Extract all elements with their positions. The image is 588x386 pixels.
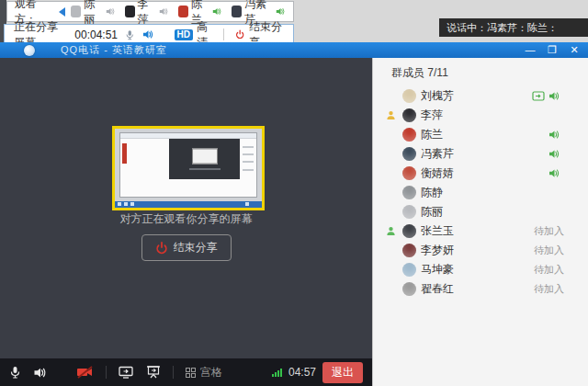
microphone-icon[interactable] [9,366,21,380]
divider [223,28,224,40]
bottom-control-bar: 宫格 04:57 退出 [0,358,372,386]
member-name: 衡婧婧 [421,165,527,181]
avatar [71,6,81,17]
speaker-active-icon [548,149,560,159]
speaker-active-icon [548,91,560,101]
member-row[interactable]: 李萍 [373,106,588,125]
member-status: 待加入 [534,282,564,296]
member-status: 待加入 [534,224,564,238]
avatar [402,166,416,180]
divider [173,366,174,379]
speaker-active-icon [548,168,560,178]
microphone-icon[interactable] [125,28,135,41]
member-status: 待加入 [534,263,564,277]
avatar [402,128,416,142]
speaker-active-icon [548,130,560,140]
avatar [178,6,188,17]
member-name: 冯素芹 [421,146,527,162]
hd-badge: HD [175,29,193,40]
speaker-icon [212,6,222,17]
signal-strength-icon [272,368,282,377]
avatar [402,263,416,277]
member-row[interactable]: 陈兰 [373,125,588,144]
avatar [402,108,416,122]
member-row[interactable]: 陈静 [373,183,588,202]
speaker-icon [159,6,169,17]
presentation-icon[interactable] [146,366,161,379]
avatar [402,205,416,219]
qq-logo-icon [24,45,35,56]
member-name: 李萍 [421,108,527,123]
end-share-button-label: 结束分享 [174,240,218,255]
call-timer: 04:57 [288,366,316,379]
member-name: 李梦妍 [421,243,497,258]
speaking-tooltip: 说话中：冯素芹：陈兰： [439,18,588,37]
power-icon [155,242,168,255]
member-name: 陈兰 [421,127,527,142]
thumbnail-taskbar [115,201,262,208]
member-name: 马坤豪 [421,262,497,278]
screen-share-icon[interactable] [119,366,134,379]
member-row[interactable]: 翟春红 待加入 [373,279,588,299]
stage-caption: 对方正在观看你分享的屏幕 [0,211,372,227]
avatar [402,89,416,103]
leader-person-icon [386,110,396,120]
avatar [125,6,135,17]
member-row[interactable]: 冯素芹 [373,144,588,164]
power-icon [235,28,244,40]
end-share-button[interactable]: 结束分享 [141,234,232,261]
maximize-button[interactable]: ❐ [546,43,559,56]
speaker-icon [106,6,116,17]
divider [106,366,107,379]
member-row[interactable]: 李梦妍 待加入 [373,241,588,260]
minimize-button[interactable]: — [524,43,537,56]
member-name: 张兰玉 [421,223,497,239]
grid-layout-button[interactable]: 宫格 [186,365,222,380]
avatar [402,147,416,161]
screen-share-active-icon [532,91,545,101]
member-name: 陈丽 [421,204,527,220]
avatar [402,224,416,238]
speaker-icon[interactable] [33,367,48,379]
leader-person-icon [386,226,396,236]
thumbnail-window [119,132,257,198]
member-list: 刘槐芳 [373,86,588,299]
speaker-icon [276,6,286,17]
member-status: 待加入 [534,244,564,257]
close-button[interactable]: ✕ [568,43,581,56]
member-name: 刘槐芳 [421,88,527,104]
window-title: QQ电话 - 英语教研室 [61,43,167,57]
member-row[interactable]: 刘槐芳 [373,86,588,106]
share-stage: 对方正在观看你分享的屏幕 结束分享 [0,58,372,358]
collapse-left-icon[interactable] [59,7,65,17]
avatar [232,6,242,17]
member-count-header: 群成员 7/11 [373,58,588,86]
member-row[interactable]: 张兰玉 待加入 [373,221,588,241]
window-title-bar: QQ电话 - 英语教研室 — ❐ ✕ [0,42,588,58]
member-name: 陈静 [421,185,527,200]
member-row[interactable]: 马坤豪 待加入 [373,260,588,279]
member-sidebar: 群成员 7/11 刘槐芳 [372,58,588,386]
avatar [402,282,416,296]
member-row[interactable]: 陈丽 [373,202,588,221]
member-name: 翟春红 [421,281,497,297]
avatar [402,186,416,199]
grid-icon [186,368,196,378]
speaker-icon[interactable] [142,28,154,40]
avatar [402,244,416,257]
shared-screen-thumbnail[interactable] [112,126,265,210]
share-timer: 00:04:51 [74,28,118,41]
camera-off-icon[interactable] [76,366,94,379]
member-row[interactable]: 衡婧婧 [373,164,588,183]
grid-label: 宫格 [200,365,222,380]
exit-button[interactable]: 退出 [322,362,363,383]
